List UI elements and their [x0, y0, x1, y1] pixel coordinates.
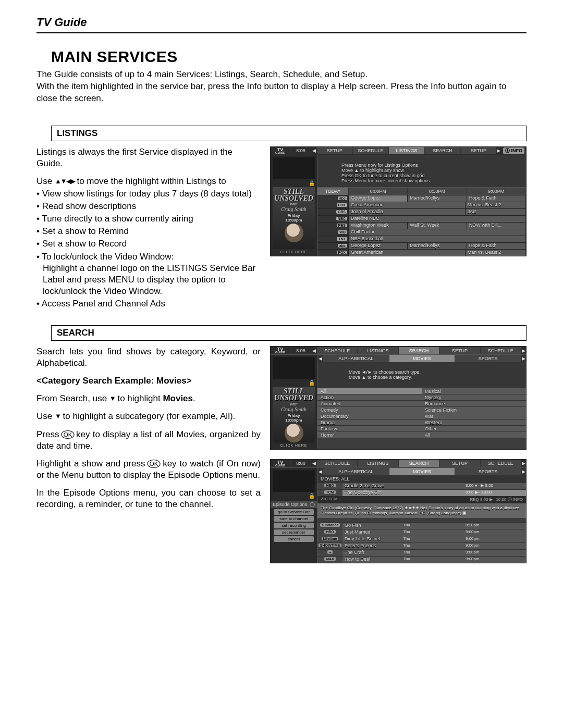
- category-item[interactable]: Other: [422, 426, 526, 432]
- service-tab[interactable]: SETUP: [316, 147, 352, 154]
- movie-row[interactable]: LifetimeDirty Little SecretThu9:00pm: [317, 536, 526, 542]
- channel-cell[interactable]: abc: [317, 195, 349, 202]
- video-window[interactable]: [273, 470, 315, 492]
- service-tab[interactable]: SEARCH: [398, 460, 439, 467]
- category-item[interactable]: All: [422, 432, 526, 438]
- search-subtab[interactable]: SPORTS: [455, 468, 521, 475]
- subtab-left-icon[interactable]: ◀: [317, 469, 323, 474]
- service-tab[interactable]: SCHEDULE: [352, 147, 388, 154]
- movie-row[interactable]: HBOCradle 2 the Grave8:00 ●– ▶ 8:00: [317, 483, 526, 489]
- program-cell[interactable]: Joan of Arcadia: [349, 208, 466, 215]
- program-cell[interactable]: NOW with Bill...: [467, 222, 526, 229]
- service-tab[interactable]: SEARCH: [398, 347, 439, 354]
- category-item[interactable]: Action: [317, 394, 422, 401]
- category-item[interactable]: Western: [422, 419, 526, 426]
- search-subtab[interactable]: SPORTS: [455, 355, 521, 362]
- category-item[interactable]: War: [422, 413, 526, 419]
- lock-icon[interactable]: 🔒: [273, 493, 315, 499]
- category-item[interactable]: Animated: [317, 401, 422, 407]
- service-tab[interactable]: SCHEDULE: [316, 347, 357, 354]
- service-tab[interactable]: LISTINGS: [357, 460, 398, 467]
- lock-icon[interactable]: 🔒: [273, 380, 315, 386]
- channel-cell[interactable]: TNT: [317, 236, 349, 242]
- promo-panel[interactable]: STILL UNSOLVED with Craig Smith Friday10…: [273, 387, 315, 442]
- subtab-left-icon[interactable]: ◀: [317, 356, 323, 361]
- subtab-right-icon[interactable]: ▶: [521, 469, 526, 474]
- channel-cell[interactable]: FOX: [317, 202, 349, 208]
- program-cell[interactable]: JAG: [466, 208, 526, 215]
- tab-scroll-right-icon[interactable]: ▶: [496, 148, 501, 153]
- episode-option-button[interactable]: go to Service Bar: [274, 509, 314, 515]
- channel-cell[interactable]: NBC: [317, 215, 349, 222]
- info-button[interactable]: ⓘ INFO: [503, 147, 524, 154]
- close-icon[interactable]: ◯: [310, 502, 315, 507]
- service-tab[interactable]: SETUP: [439, 347, 480, 354]
- movie-row[interactable]: SHOWTIMEPeter's FriendsThu9:00pm: [317, 542, 526, 549]
- movie-row[interactable]: HBOJust MarriedThu9:00pm: [317, 529, 526, 536]
- video-window[interactable]: [273, 357, 315, 379]
- service-tab[interactable]: SETUP: [460, 147, 496, 154]
- service-tab[interactable]: SCHEDULE: [316, 460, 357, 467]
- category-item[interactable]: Fantasy: [317, 426, 422, 432]
- service-tab[interactable]: LISTINGS: [357, 347, 398, 354]
- tab-scroll-left-icon[interactable]: ◀: [311, 461, 316, 466]
- category-item[interactable]: Musical: [422, 388, 526, 394]
- program-cell[interactable]: George Lopez: [349, 195, 408, 202]
- channel-cell[interactable]: abc: [317, 242, 349, 249]
- search-subtab[interactable]: MOVIES: [389, 355, 455, 362]
- subtab-right-icon[interactable]: ▶: [521, 356, 526, 361]
- program-cell[interactable]: Washington Week: [349, 222, 408, 229]
- tab-scroll-left-icon[interactable]: ◀: [311, 348, 316, 353]
- channel-cell[interactable]: CBS: [317, 208, 349, 215]
- program-cell[interactable]: Dateline NBC: [349, 215, 526, 222]
- program-cell[interactable]: Married/Kellys: [408, 242, 467, 249]
- category-item[interactable]: Comedy: [317, 407, 422, 413]
- category-item[interactable]: Horror: [317, 432, 422, 438]
- program-cell[interactable]: Chill Factor: [349, 229, 526, 236]
- category-item[interactable]: Drama: [317, 419, 422, 426]
- movie-row[interactable]: sundanceGo FishThu8:30pm: [317, 522, 526, 529]
- category-item[interactable]: Documentary: [317, 413, 422, 419]
- movie-row[interactable]: ●The CraftThu9:00pm: [317, 549, 526, 556]
- service-tab[interactable]: SETUP: [439, 460, 480, 467]
- episode-option-button[interactable]: cancel: [274, 536, 314, 542]
- service-tab[interactable]: SCHEDULE: [480, 347, 521, 354]
- search-subtab[interactable]: MOVIES: [389, 468, 455, 475]
- lock-icon[interactable]: 🔒: [273, 180, 315, 186]
- category-item[interactable]: Science Fiction: [422, 407, 526, 413]
- movie-row[interactable]: MAXHow to DealThu9:00pm: [317, 556, 526, 563]
- program-cell[interactable]: Hope & Faith: [467, 195, 526, 202]
- service-tab[interactable]: SEARCH: [424, 147, 460, 154]
- program-cell[interactable]: Great American: [349, 249, 466, 256]
- program-cell[interactable]: Man vs. Beast 2: [466, 249, 526, 256]
- category-item[interactable]: Mystery: [422, 394, 526, 401]
- video-window[interactable]: [273, 157, 315, 179]
- service-tab[interactable]: LISTINGS: [388, 147, 424, 154]
- search-line-4: Highlight a show and press OK key to wat…: [36, 458, 261, 481]
- program-cell[interactable]: Man vs. Beast 2: [466, 202, 526, 208]
- category-item[interactable]: All: [317, 388, 422, 394]
- movie-row[interactable]: TCMThe Goodbye Girl8:00 ▶– 10:00: [317, 489, 526, 496]
- search-subtab[interactable]: ALPHABETICAL: [323, 355, 389, 362]
- program-cell[interactable]: Wall St. Week: [408, 222, 467, 229]
- program-cell[interactable]: George Lopez: [349, 242, 408, 249]
- click-here-label: CLICK HERE: [273, 250, 315, 254]
- promo-panel[interactable]: STILL UNSOLVED with Craig Smith Friday10…: [273, 187, 315, 249]
- category-item[interactable]: Romance: [422, 401, 526, 407]
- channel-cell[interactable]: FOX: [317, 249, 349, 256]
- tab-scroll-left-icon[interactable]: ◀: [311, 148, 316, 153]
- episode-option-button[interactable]: tune to channel: [274, 516, 314, 522]
- program-cell[interactable]: Hope & Faith: [467, 242, 526, 249]
- episode-option-button[interactable]: set recording: [274, 523, 314, 528]
- tab-scroll-right-icon[interactable]: ▶: [521, 348, 526, 353]
- program-cell[interactable]: Great American: [349, 202, 466, 208]
- tab-scroll-right-icon[interactable]: ▶: [521, 461, 526, 466]
- program-cell[interactable]: Married/Kellys: [408, 195, 467, 202]
- channel-cell[interactable]: WB: [317, 229, 349, 236]
- service-tab[interactable]: SCHEDULE: [480, 460, 521, 467]
- search-subtab[interactable]: ALPHABETICAL: [323, 468, 389, 475]
- program-cell[interactable]: NBA Basketball: [349, 236, 526, 242]
- intro-line-2: With the item highlighted in the service…: [36, 81, 507, 103]
- channel-cell[interactable]: PBS: [317, 222, 349, 229]
- episode-option-button[interactable]: set reminder: [274, 529, 314, 535]
